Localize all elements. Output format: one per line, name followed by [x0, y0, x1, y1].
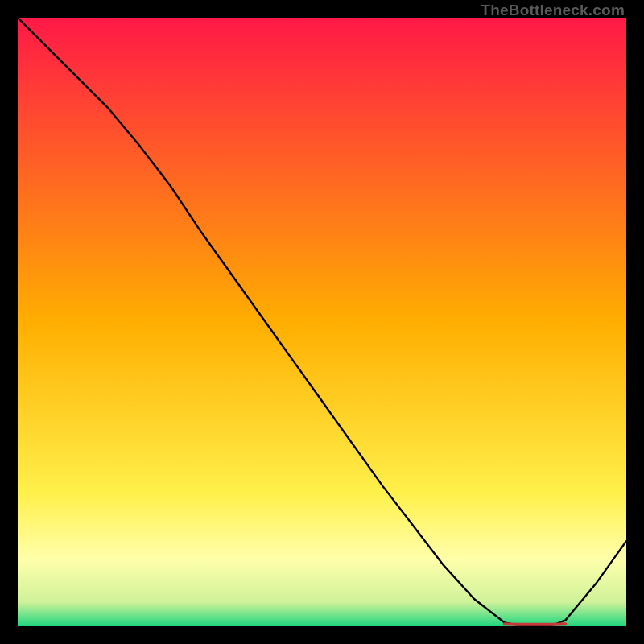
- chart-container: TheBottleneck.com: [0, 0, 644, 644]
- chart-svg: [18, 18, 626, 626]
- plot-area: [18, 18, 626, 626]
- watermark-text: TheBottleneck.com: [481, 2, 625, 19]
